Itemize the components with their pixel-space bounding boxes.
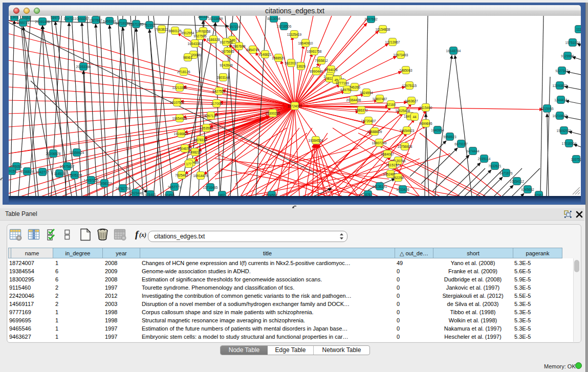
svg-text:1903: 1903 [11,16,18,19]
svg-text:20364436: 20364436 [346,98,361,102]
svg-text:10046738: 10046738 [178,147,192,150]
svg-text:252254: 252254 [393,176,404,180]
svg-text:1588520: 1588520 [272,56,285,60]
svg-text:17957255: 17957255 [84,179,99,182]
svg-text:9245652: 9245652 [521,188,534,191]
svg-text:10975867: 10975867 [60,165,75,168]
svg-text:17359924: 17359924 [70,151,84,155]
svg-text:1615152: 1615152 [386,163,399,167]
svg-text:8267130: 8267130 [204,114,217,118]
svg-text:10807487: 10807487 [373,97,387,101]
svg-text:4498222: 4498222 [188,150,202,154]
svg-text:2718126: 2718126 [177,70,190,74]
svg-text:10025438: 10025438 [396,109,410,113]
svg-text:6466160: 6466160 [103,19,116,23]
svg-text:3824554: 3824554 [360,91,373,95]
svg-text:10107552: 10107552 [170,101,185,104]
svg-text:8878334: 8878334 [194,138,207,142]
svg-text:17016504: 17016504 [562,142,577,145]
svg-text:8660125: 8660125 [168,29,182,33]
svg-text:8454749: 8454749 [246,48,259,52]
svg-text:25300235: 25300235 [266,112,280,115]
svg-text:14136141: 14136141 [373,185,387,188]
svg-text:6794028: 6794028 [324,68,338,72]
svg-text:1244415: 1244415 [554,98,568,102]
svg-text:109731: 109731 [63,17,75,20]
svg-text:19654923: 19654923 [400,129,415,133]
svg-text:98961: 98961 [183,56,192,59]
svg-text:1527602: 1527602 [89,18,102,22]
svg-text:12923446: 12923446 [128,191,143,195]
svg-text:177: 177 [186,162,192,166]
svg-text:10756928: 10756928 [398,145,412,148]
svg-text:39159: 39159 [9,169,16,173]
svg-text:9129966: 9129966 [561,54,574,58]
svg-text:746266: 746266 [349,85,360,89]
svg-text:876: 876 [365,193,371,196]
svg-text:5958923: 5958923 [443,135,456,139]
svg-text:7485063: 7485063 [399,69,412,72]
svg-text:19166827: 19166827 [174,132,189,136]
svg-text:924502: 924502 [266,193,277,196]
svg-text:2087682: 2087682 [364,17,378,21]
svg-text:317006: 317006 [211,102,222,105]
svg-text:962: 962 [220,193,225,196]
svg-text:111: 111 [576,28,581,31]
svg-text:12213369: 12213369 [172,86,187,90]
svg-text:2055721: 2055721 [16,21,30,25]
svg-text:7625402: 7625402 [175,173,188,177]
svg-text:9327508: 9327508 [220,40,233,44]
svg-text:12093872: 12093872 [553,84,568,87]
svg-text:44: 44 [412,115,417,119]
svg-text:6679197: 6679197 [454,142,468,146]
svg-text:16782759: 16782759 [116,187,130,190]
svg-text:16973: 16973 [51,16,60,19]
svg-text:114519: 114519 [54,172,65,176]
svg-text:19384554: 19384554 [309,139,323,142]
svg-text:11325419: 11325419 [287,33,302,36]
svg-text:8990448: 8990448 [310,70,323,73]
svg-text:8471676: 8471676 [499,171,513,175]
svg-text:8186328: 8186328 [207,38,220,41]
svg-text:751552: 751552 [144,24,155,27]
svg-text:19218506: 19218506 [277,25,292,28]
svg-text:16543382: 16543382 [188,42,203,46]
svg-text:116753: 116753 [571,158,581,161]
svg-text:9474444: 9474444 [466,149,480,153]
svg-text:12505135: 12505135 [68,173,82,177]
svg-text:9227342: 9227342 [555,69,569,73]
svg-text:9699695: 9699695 [419,122,432,125]
svg-text:7955812: 7955812 [315,59,328,62]
svg-text:7357224: 7357224 [227,25,241,29]
svg-text:8427552: 8427552 [212,90,226,93]
svg-text:15751074: 15751074 [565,41,580,45]
svg-text:20091406: 20091406 [35,20,50,24]
svg-text:(x): (x) [139,231,146,238]
svg-text:15720407: 15720407 [361,119,376,123]
svg-text:16154838: 16154838 [376,28,390,31]
svg-text:1156829: 1156829 [21,170,34,173]
svg-text:9684067: 9684067 [381,152,394,156]
svg-text:12213967: 12213967 [385,40,400,44]
svg-text:16648784: 16648784 [446,49,461,53]
svg-text:8215955: 8215955 [540,107,554,111]
svg-text:3675685: 3675685 [221,50,234,53]
svg-text:f: f [135,229,139,239]
svg-text:160338: 160338 [198,16,209,18]
svg-text:13626: 13626 [296,64,306,68]
svg-text:12975115: 12975115 [402,84,417,87]
svg-text:10653267: 10653267 [75,17,90,20]
svg-text:16671385: 16671385 [129,23,144,26]
svg-text:16961758: 16961758 [307,50,322,53]
svg-text:18807249: 18807249 [372,141,387,145]
svg-text:10688609: 10688609 [367,130,382,134]
svg-text:7632621: 7632621 [488,164,502,168]
svg-text:1733426: 1733426 [396,188,409,191]
svg-text:10958107: 10958107 [97,182,112,185]
svg-text:92450: 92450 [165,193,174,196]
svg-text:9242848: 9242848 [220,63,233,67]
svg-text:978461: 978461 [145,193,156,196]
svg-text:8813054: 8813054 [267,17,280,20]
svg-text:1640954: 1640954 [431,128,444,132]
svg-text:10654112: 10654112 [510,180,525,183]
